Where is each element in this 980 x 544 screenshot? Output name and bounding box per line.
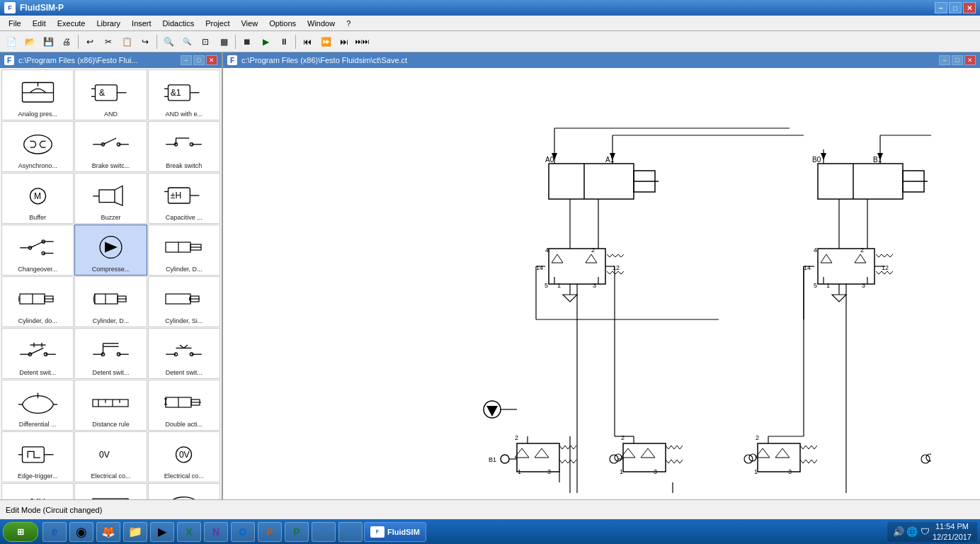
title-bar-text: FluidSIM-P [20, 3, 64, 13]
close-button[interactable]: ✕ [963, 2, 976, 13]
comp-ellipse[interactable]: Ellipse [148, 483, 220, 499]
comp-async[interactable]: Asynchrono... [1, 121, 74, 172]
undo-button[interactable]: ↩ [81, 33, 98, 50]
play-button[interactable]: ▶ [257, 33, 274, 50]
taskbar-excel[interactable]: X [177, 522, 201, 542]
diagram-close-btn[interactable]: ✕ [964, 55, 976, 65]
cut-button[interactable]: ✂ [100, 33, 117, 50]
taskbar-ie[interactable]: e [42, 522, 67, 542]
start-button[interactable]: ⊞ [3, 522, 38, 542]
comp-analog-press[interactable]: Analog pres... [1, 69, 74, 120]
end-button[interactable]: ⏭⏭ [354, 33, 371, 50]
comp-cylinder-si[interactable]: Cylinder, Si... [148, 276, 220, 327]
minimize-button[interactable]: − [935, 2, 947, 13]
diagram-canvas[interactable]: text { font-family: Arial, sans-serif; f… [223, 68, 980, 499]
taskbar-media[interactable]: ▶ [150, 522, 174, 542]
taskbar: ⊞ e ◉ 🦊 📁 ▶ X N O P P V W F FluidSIM 🔊 🌐… [0, 519, 980, 544]
double-acti-icon [150, 383, 218, 421]
menu-help[interactable]: ? [341, 18, 356, 29]
comp-brake-switch[interactable]: Brake switc... [74, 121, 147, 172]
new-button[interactable]: 📄 [3, 33, 20, 50]
menu-file[interactable]: File [3, 18, 27, 29]
comp-differential[interactable]: Differential ... [1, 380, 74, 431]
panel-minimize-btn[interactable]: − [181, 55, 192, 65]
comp-detent-swit2[interactable]: Detent swit... [74, 328, 147, 379]
comp-electrical-co2[interactable]: 0V Electrical co... [148, 431, 220, 482]
taskbar-powerpoint[interactable]: P [258, 522, 282, 542]
festo-logo: F [370, 526, 384, 538]
fluidsim-taskbar-btn[interactable]: F FluidSIM [364, 522, 426, 542]
distance-rule-icon [76, 383, 144, 421]
comp-cylinder-d2[interactable]: Cylinder, D... [74, 276, 147, 327]
redo-button[interactable]: ↪ [137, 33, 154, 50]
menu-execute[interactable]: Execute [52, 18, 91, 29]
menu-window[interactable]: Window [302, 18, 341, 29]
comp-changeover[interactable]: Changeover... [1, 225, 74, 276]
taskbar-chrome[interactable]: ◉ [69, 522, 93, 542]
and-with-e-label: AND with e... [166, 111, 203, 118]
svg-point-243 [610, 455, 618, 463]
grid-button[interactable]: ▦ [215, 33, 232, 50]
comp-cylinder-d[interactable]: Cylinder, D... [148, 225, 220, 276]
panel-festo-icon: F [4, 55, 14, 65]
pause-button[interactable]: ⏸ [275, 33, 292, 50]
svg-text:1: 1 [826, 282, 830, 289]
save-button[interactable]: 💾 [40, 33, 57, 50]
comp-buffer[interactable]: M Buffer [1, 173, 74, 224]
copy-button[interactable]: 📋 [118, 33, 135, 50]
panel-maximize-btn[interactable]: □ [193, 55, 205, 65]
comp-compressor[interactable]: Compresse... [74, 225, 147, 276]
svg-line-35 [30, 242, 43, 248]
comp-edge-trigger[interactable]: Edge-trigger... [1, 431, 74, 482]
menu-didactics[interactable]: Didactics [157, 18, 200, 29]
stop-button[interactable]: ⏹ [239, 33, 256, 50]
taskbar-onenote[interactable]: N [204, 522, 228, 542]
menu-view[interactable]: View [235, 18, 263, 29]
comp-electrical-co[interactable]: 0V Electrical co... [74, 431, 147, 482]
diagram-minimize-btn[interactable]: − [939, 55, 950, 65]
comp-cylinder-do[interactable]: Cylinder, do... [1, 276, 74, 327]
panel-close-btn[interactable]: ✕ [206, 55, 217, 65]
diagram-window-controls: − □ ✕ [939, 55, 976, 65]
panel-title: c:\Program Files (x86)\Festo Flui... [18, 56, 138, 64]
zoom-fit-button[interactable]: ⊡ [197, 33, 214, 50]
step-fwd-button[interactable]: ⏩ [317, 33, 334, 50]
zoom-out-button[interactable]: 🔍 [178, 33, 195, 50]
comp-detent-swit3[interactable]: Detent swit... [148, 328, 220, 379]
zoom-in-button[interactable]: 🔍 [160, 33, 177, 50]
comp-electrical-co4[interactable]: macro Electrical co... [74, 483, 147, 499]
print-button[interactable]: 🖨 [58, 33, 75, 50]
comp-and[interactable]: & AND [74, 69, 147, 120]
comp-buzzer[interactable]: Buzzer [74, 173, 147, 224]
comp-distance-rule[interactable]: Distance rule [74, 380, 147, 431]
menu-options[interactable]: Options [263, 18, 302, 29]
open-button[interactable]: 📂 [21, 33, 38, 50]
taskbar-explorer[interactable]: 📁 [123, 522, 147, 542]
maximize-button[interactable]: □ [949, 2, 962, 13]
comp-capacitive[interactable]: ±H Capacitive ... [148, 173, 220, 224]
comp-detent-swit[interactable]: Detent swit... [1, 328, 74, 379]
menu-insert[interactable]: Insert [126, 18, 157, 29]
svg-point-105 [169, 497, 200, 499]
title-bar: F FluidSIM-P − □ ✕ [0, 0, 980, 16]
comp-break-switch[interactable]: Break switch [148, 121, 220, 172]
svg-marker-213 [832, 295, 846, 302]
comp-electrical-co3[interactable]: +24V Electrical co... [1, 483, 74, 499]
diagram-maximize-btn[interactable]: □ [952, 55, 963, 65]
taskbar-word[interactable]: W [338, 522, 363, 542]
taskbar-visio[interactable]: V [312, 522, 336, 542]
fast-fwd-button[interactable]: ⏭ [336, 33, 353, 50]
svg-rect-52 [95, 294, 118, 304]
svg-text:&: & [99, 88, 105, 98]
menu-library[interactable]: Library [91, 18, 126, 29]
menu-project[interactable]: Project [200, 18, 235, 29]
menu-edit[interactable]: Edit [27, 18, 52, 29]
taskbar-outlook[interactable]: O [231, 522, 255, 542]
diagram-area: F c:\Program Files (x86)\Festo Fluidsim\… [223, 52, 980, 499]
comp-and-with-e[interactable]: &1 AND with e... [148, 69, 220, 120]
taskbar-project[interactable]: P [285, 522, 309, 542]
svg-text:14: 14 [804, 264, 811, 271]
taskbar-firefox[interactable]: 🦊 [96, 522, 120, 542]
rewind-button[interactable]: ⏮ [299, 33, 316, 50]
comp-double-acti[interactable]: Double acti... [148, 380, 220, 431]
